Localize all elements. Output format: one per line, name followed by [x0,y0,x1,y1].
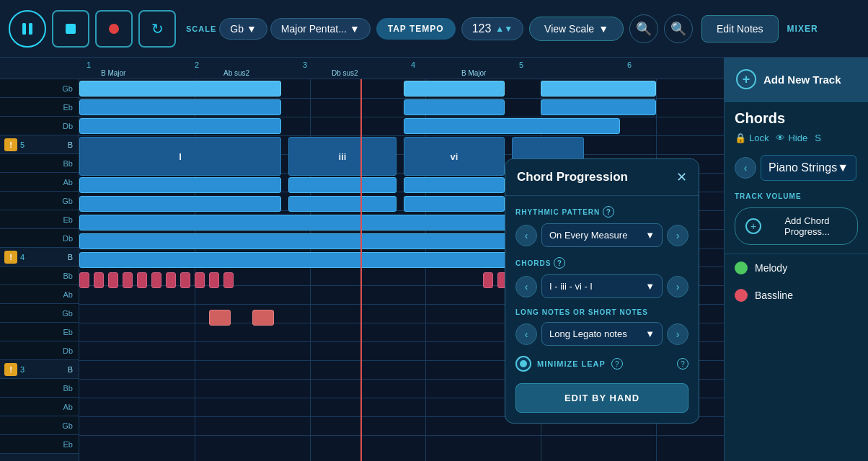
long-short-next-button[interactable]: › [667,323,688,345]
stop-button[interactable] [52,10,89,48]
melody-track-item[interactable]: Melody [725,254,868,282]
piano-strings-selector[interactable]: Piano Strings ▼ [761,155,856,181]
note-block[interactable] [79,118,281,134]
chords-next-button[interactable]: › [667,276,688,297]
chord-label-2: Ab sus2 [223,69,249,77]
note-block[interactable] [79,81,281,97]
note-block-salmon[interactable] [252,310,274,326]
svg-rect-0 [22,23,26,35]
modal-header: Chord Progression ✕ [505,159,699,196]
track-volume-label: TRACK VOLUME [735,192,858,200]
main-content: 1 2 3 4 5 6 B Major Ab sus2 Db sus2 B Ma… [0,58,868,461]
key-gb-4: Gb [0,192,79,210]
note-block-pink[interactable] [195,272,205,288]
note-block-pink[interactable] [223,272,234,288]
note-block[interactable] [288,177,397,193]
note-block-pink[interactable] [108,272,118,288]
rhythmic-prev-button[interactable]: ‹ [515,225,537,246]
scale-label: SCALE [186,24,216,33]
note-block-pink[interactable] [79,272,89,288]
note-block[interactable] [79,177,281,193]
bassline-dot [735,289,748,302]
measure-5: 5 [519,61,523,69]
chord-progression-modal: Chord Progression ✕ RHYTHMIC PATTERN ? ‹… [505,158,699,424]
toggle-inner [520,360,527,367]
edit-by-hand-button[interactable]: EDIT BY HAND [515,383,688,413]
note-block-vi[interactable]: vi [404,137,505,176]
minimize-leap-toggle[interactable] [515,356,531,372]
note-block[interactable] [404,81,505,97]
record-button[interactable] [95,10,133,48]
note-block[interactable] [404,177,505,193]
key-ab-2: Ab [0,398,79,416]
zoom-in-button[interactable]: 🔍 [664,14,693,43]
scale-name-button[interactable]: Major Pentat... ▼ [270,18,371,40]
melody-track-name: Melody [755,262,787,274]
view-scale-button[interactable]: View Scale ▼ [529,17,624,41]
svg-point-3 [109,24,119,34]
note-block[interactable] [79,99,281,115]
note-block-pink[interactable] [209,272,219,288]
share-button[interactable]: S [815,133,821,143]
modal-help-icon[interactable]: ? [677,358,688,370]
measure-3: 3 [303,61,307,69]
long-short-selector[interactable]: Long Legato notes ▼ [541,322,663,346]
key-eb-4: Eb [0,210,79,229]
note-block-pink[interactable] [137,272,147,288]
key-gb-3: Gb [0,304,79,323]
note-block[interactable] [404,99,505,115]
bassline-track-item[interactable]: Bassline [725,282,868,309]
long-short-prev-button[interactable]: ‹ [515,323,537,345]
note-block-I[interactable]: I [79,137,281,176]
bpm-display: 123 ▲▼ [461,17,523,40]
warn-icon-3: ! [4,363,17,376]
note-block[interactable] [404,196,505,212]
melody-dot [735,261,748,274]
zoom-out-button[interactable]: 🔍 [629,14,658,43]
playhead [360,79,362,461]
chords-row: ‹ I - iii - vi - I ▼ › [515,274,688,298]
note-block-iii[interactable]: iii [288,137,397,176]
chord-label-1: B Major [101,69,125,77]
note-block[interactable] [288,196,397,212]
rhythmic-help-icon[interactable]: ? [603,206,614,218]
modal-close-button[interactable]: ✕ [676,169,687,185]
note-block[interactable] [79,196,281,212]
key-db-5: Db [0,117,79,135]
lock-button[interactable]: 🔒 Lock [735,133,769,143]
note-block[interactable] [404,118,620,134]
note-block-pink[interactable] [180,272,190,288]
prev-piano-button[interactable]: ‹ [735,157,756,179]
chords-help-icon[interactable]: ? [554,257,565,269]
add-new-track-button[interactable]: + Add New Track [725,58,868,102]
note-block-pink[interactable] [123,272,133,288]
key-bb-2: Bb [0,379,79,398]
pause-button[interactable] [9,10,46,48]
measure-4: 4 [411,61,415,69]
note-block-salmon[interactable] [209,310,231,326]
measure-ruler: 1 2 3 4 5 6 B Major Ab sus2 Db sus2 B Ma… [0,58,724,79]
bassline-track-name: Bassline [755,290,793,301]
key-eb-5: Eb [0,98,79,117]
note-block-pink[interactable] [166,272,176,288]
long-short-label: LONG NOTES OR SHORT NOTES [515,308,688,316]
minimize-leap-help-icon[interactable]: ? [611,358,623,370]
add-chord-progression-button[interactable]: + Add Chord Progress... [735,207,858,245]
chords-title: Chords [735,110,858,127]
minimize-leap-label: MINIMIZE LEAP [537,359,606,368]
note-block[interactable] [541,99,656,115]
refresh-button[interactable]: ↻ [138,10,176,48]
piano-sidebar: Gb Eb Db ! 5 B Bb Ab Gb Eb Db ! 4 [0,79,79,461]
tap-tempo-button[interactable]: TAP TEMPO [376,18,456,40]
hide-button[interactable]: 👁 Hide [776,133,807,143]
edit-notes-button[interactable]: Edit Notes [701,15,779,42]
scale-key-button[interactable]: Gb ▼ [219,18,267,40]
rhythmic-next-button[interactable]: › [667,225,688,246]
chords-prev-button[interactable]: ‹ [515,276,537,297]
note-block-pink[interactable] [483,272,493,288]
note-block-pink[interactable] [151,272,161,288]
chords-selector[interactable]: I - iii - vi - I ▼ [541,274,663,298]
note-block[interactable] [541,81,656,97]
rhythmic-pattern-selector[interactable]: On Every Measure ▼ [541,223,663,247]
note-block-pink[interactable] [94,272,104,288]
